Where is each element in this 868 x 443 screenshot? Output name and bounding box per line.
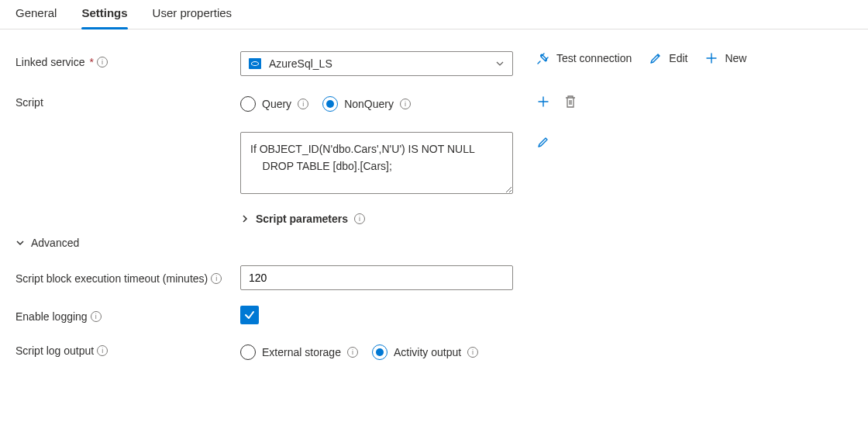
delete-script-button[interactable] bbox=[564, 95, 577, 109]
nonquery-label: NonQuery bbox=[344, 98, 394, 110]
external-storage-option[interactable]: External storage i bbox=[240, 344, 358, 360]
pencil-icon bbox=[536, 135, 550, 149]
chevron-right-icon bbox=[240, 214, 250, 223]
enable-logging-checkbox[interactable] bbox=[240, 306, 259, 324]
info-icon[interactable]: i bbox=[298, 99, 308, 109]
linked-service-label: Linked service * i bbox=[16, 51, 240, 68]
advanced-row: Advanced bbox=[16, 234, 852, 250]
script-parameters-expander[interactable]: Script parameters i bbox=[240, 213, 365, 225]
activity-output-option[interactable]: Activity output i bbox=[372, 344, 478, 360]
checkmark-icon bbox=[243, 309, 256, 321]
radio-query[interactable] bbox=[240, 96, 256, 112]
plus-icon bbox=[704, 51, 718, 65]
info-icon[interactable]: i bbox=[97, 57, 108, 67]
edit-label: Edit bbox=[669, 52, 687, 64]
radio-external-storage[interactable] bbox=[240, 344, 256, 360]
tab-settings[interactable]: Settings bbox=[81, 0, 127, 29]
settings-form: Linked service * i AzureSql_LS Test conn… bbox=[0, 29, 868, 402]
test-connection-label: Test connection bbox=[556, 52, 632, 64]
script-label: Script bbox=[16, 92, 240, 109]
timeout-label: Script block execution timeout (minutes)… bbox=[16, 265, 240, 287]
info-icon[interactable]: i bbox=[97, 345, 108, 356]
tabs-bar: General Settings User properties bbox=[0, 0, 868, 29]
label-text: Script bbox=[16, 96, 43, 109]
nonquery-option[interactable]: NonQuery i bbox=[322, 96, 411, 112]
radio-activity-output[interactable] bbox=[372, 344, 388, 360]
linked-service-dropdown[interactable]: AzureSql_LS bbox=[240, 51, 513, 76]
plug-icon bbox=[536, 51, 550, 65]
required-indicator: * bbox=[90, 56, 94, 68]
test-connection-button[interactable]: Test connection bbox=[536, 51, 632, 65]
info-icon[interactable]: i bbox=[347, 347, 358, 358]
tab-user-properties[interactable]: User properties bbox=[153, 0, 232, 29]
linked-service-row: Linked service * i AzureSql_LS Test conn… bbox=[16, 51, 852, 76]
tab-general[interactable]: General bbox=[16, 0, 57, 29]
label-text: Script log output bbox=[16, 344, 94, 357]
timeout-input[interactable] bbox=[240, 265, 513, 290]
script-type-row: Script Query i NonQuery i bbox=[16, 92, 852, 116]
plus-icon bbox=[536, 95, 550, 109]
new-button[interactable]: New bbox=[704, 51, 746, 65]
log-output-label: Script log output i bbox=[16, 340, 240, 357]
info-icon[interactable]: i bbox=[400, 99, 411, 109]
linked-service-actions: Test connection Edit New bbox=[513, 51, 746, 65]
enable-logging-label: Enable logging i bbox=[16, 306, 240, 323]
chevron-down-icon bbox=[495, 59, 505, 68]
sql-database-icon bbox=[249, 58, 261, 69]
chevron-down-icon bbox=[16, 238, 25, 247]
advanced-label: Advanced bbox=[31, 237, 79, 249]
script-parameters-row: Script parameters i bbox=[16, 209, 852, 226]
radio-nonquery[interactable] bbox=[322, 96, 338, 112]
script-list-actions bbox=[513, 92, 577, 109]
timeout-row: Script block execution timeout (minutes)… bbox=[16, 265, 852, 290]
script-parameters-label: Script parameters bbox=[256, 213, 348, 225]
activity-output-label: Activity output bbox=[394, 346, 461, 358]
dropdown-value: AzureSql_LS bbox=[269, 57, 332, 70]
edit-button[interactable]: Edit bbox=[649, 51, 687, 65]
enable-logging-row: Enable logging i bbox=[16, 306, 852, 324]
trash-icon bbox=[564, 95, 577, 109]
label-text: Script block execution timeout (minutes) bbox=[16, 270, 208, 287]
label-text: Enable logging bbox=[16, 310, 88, 323]
advanced-expander[interactable]: Advanced bbox=[16, 237, 79, 249]
add-script-button[interactable] bbox=[536, 95, 550, 109]
external-storage-label: External storage bbox=[262, 346, 341, 358]
script-text-row: If OBJECT_ID(N'dbo.Cars',N'U') IS NOT NU… bbox=[16, 132, 852, 194]
info-icon[interactable]: i bbox=[354, 213, 365, 224]
info-icon[interactable]: i bbox=[467, 347, 478, 358]
info-icon[interactable]: i bbox=[91, 311, 102, 322]
edit-script-button[interactable] bbox=[536, 135, 550, 149]
label-text: Linked service bbox=[16, 56, 85, 68]
pencil-icon bbox=[649, 51, 663, 65]
query-option[interactable]: Query i bbox=[240, 96, 308, 112]
info-icon[interactable]: i bbox=[211, 273, 222, 284]
new-label: New bbox=[725, 52, 746, 64]
log-output-row: Script log output i External storage i A… bbox=[16, 340, 852, 365]
script-textarea[interactable]: If OBJECT_ID(N'dbo.Cars',N'U') IS NOT NU… bbox=[240, 132, 513, 194]
query-label: Query bbox=[262, 98, 291, 110]
